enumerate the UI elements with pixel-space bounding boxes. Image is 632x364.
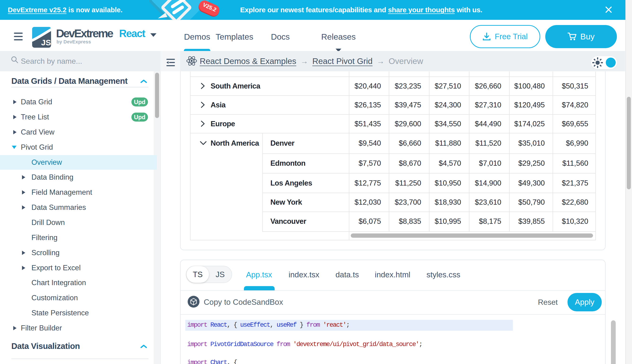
svg-text:JS: JS — [41, 38, 51, 47]
